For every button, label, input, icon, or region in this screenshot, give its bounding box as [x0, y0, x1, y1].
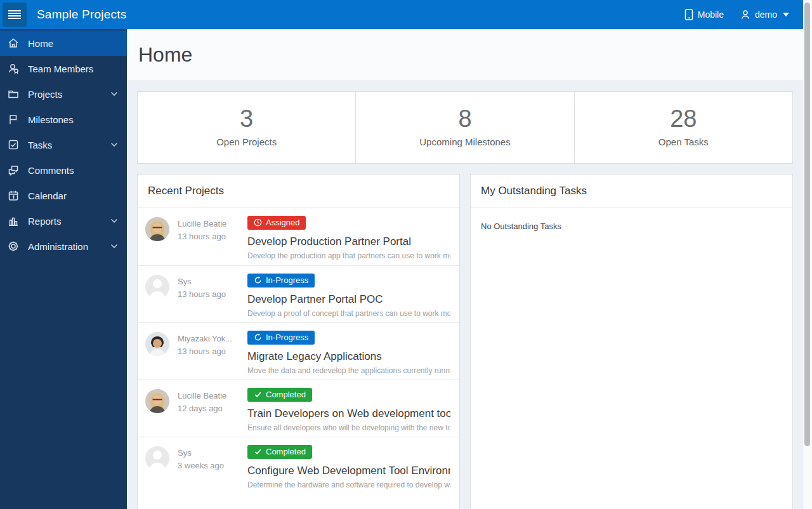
stat-label: Open Tasks: [575, 136, 792, 147]
author-block: Lucille Beatie 13 hours ago: [178, 216, 241, 265]
timestamp: 13 hours ago: [178, 232, 241, 242]
author-name: Sys: [178, 277, 241, 287]
project-details: Completed Configure Web Development Tool…: [247, 445, 450, 494]
sidebar-item-label: Tasks: [28, 140, 52, 150]
project-list-item[interactable]: Lucille Beatie 12 days ago Completed Tra…: [138, 380, 459, 437]
flag-icon: [8, 114, 19, 125]
app-title: Sample Projects: [37, 8, 126, 22]
project-list-item[interactable]: Sys 13 hours ago In-Progress Develop Par…: [138, 265, 459, 322]
project-details: In-Progress Migrate Legacy Applications …: [247, 331, 450, 380]
mobile-link[interactable]: Mobile: [684, 9, 724, 20]
recent-projects-panel: Recent Projects Lucille Beatie 13 hours …: [137, 174, 460, 509]
chevron-down-icon: [110, 142, 118, 147]
sidebar-item-label: Comments: [28, 165, 74, 176]
project-details: Completed Train Developers on Web develo…: [247, 388, 450, 437]
project-list-item[interactable]: Lucille Beatie 13 hours ago Assigned Dev…: [138, 208, 459, 265]
stat-value: 8: [356, 105, 573, 133]
status-badge: In-Progress: [247, 331, 315, 345]
gear-icon: [8, 241, 19, 252]
stat-value: 3: [138, 105, 355, 133]
user-icon: [740, 10, 750, 20]
bar-chart-icon: [8, 215, 19, 227]
project-description: Develop a proof of concept that partners…: [247, 309, 450, 318]
status-label: In-Progress: [266, 333, 308, 343]
project-description: Determine the hardware and software requ…: [247, 480, 450, 489]
sidebar-item-team-members[interactable]: Team Members: [0, 56, 127, 81]
avatar: [145, 332, 169, 356]
vertical-scrollbar-thumb[interactable]: [804, 3, 810, 446]
clock-icon: [254, 218, 262, 227]
mobile-phone-icon: [684, 9, 693, 20]
dashboard-columns: Recent Projects Lucille Beatie 13 hours …: [137, 174, 793, 509]
timestamp: 3 weeks ago: [178, 461, 241, 471]
author-block: Sys 3 weeks ago: [178, 445, 241, 494]
project-title: Develop Production Partner Portal: [247, 235, 450, 248]
sidebar-item-home[interactable]: Home: [0, 30, 127, 56]
project-description: Ensure all developers who will be develo…: [247, 423, 450, 432]
project-details: In-Progress Develop Partner Portal POC D…: [247, 274, 450, 322]
empty-tasks-message: No Outstanding Tasks: [471, 208, 792, 244]
check-icon: [254, 390, 262, 399]
team-members-icon: [8, 63, 19, 74]
outstanding-tasks-header: My Outstanding Tasks: [471, 175, 792, 208]
sidebar-item-reports[interactable]: Reports: [0, 208, 127, 234]
project-title: Configure Web Development Tool Environme…: [247, 465, 450, 477]
project-description: Move the data and redevelop the applicat…: [247, 366, 450, 375]
project-details: Assigned Develop Production Partner Port…: [247, 216, 450, 265]
sidebar-item-label: Reports: [28, 216, 62, 227]
timestamp: 13 hours ago: [178, 347, 241, 357]
avatar: [145, 217, 169, 241]
author-name: Lucille Beatie: [178, 219, 241, 229]
user-label: demo: [755, 10, 777, 20]
status-badge: Assigned: [247, 216, 306, 230]
user-menu[interactable]: demo: [740, 10, 789, 20]
status-label: Assigned: [266, 218, 299, 228]
project-title: Train Developers on Web development tool: [247, 407, 450, 420]
status-badge: Completed: [247, 445, 312, 459]
author-block: Sys 13 hours ago: [178, 274, 241, 322]
stat-value: 28: [575, 105, 792, 133]
sidebar-item-comments[interactable]: Comments: [0, 157, 127, 183]
project-list-item[interactable]: Miyazaki Yok... 13 hours ago In-Progress…: [138, 322, 459, 380]
project-title: Develop Partner Portal POC: [247, 293, 450, 306]
mobile-label: Mobile: [698, 10, 724, 20]
timestamp: 12 days ago: [178, 404, 241, 414]
sidebar-item-milestones[interactable]: Milestones: [0, 107, 127, 132]
checkbox-icon: [8, 139, 19, 150]
sidebar-item-tasks[interactable]: Tasks: [0, 132, 127, 157]
stat-upcoming-milestones: 8 Upcoming Milestones: [355, 92, 573, 163]
status-label: Completed: [266, 447, 306, 457]
top-bar: Sample Projects Mobile demo: [0, 0, 803, 29]
sidebar-item-projects[interactable]: Projects: [0, 81, 127, 107]
stat-label: Open Projects: [138, 136, 355, 147]
project-list-item[interactable]: Sys 3 weeks ago Completed Configure Web …: [138, 437, 459, 494]
author-name: Miyazaki Yok...: [178, 334, 241, 344]
outstanding-tasks-panel: My Outstanding Tasks No Outstanding Task…: [470, 174, 793, 509]
author-block: Lucille Beatie 12 days ago: [178, 388, 241, 437]
topbar-right: Mobile demo: [684, 9, 789, 20]
sidebar-item-label: Team Members: [28, 63, 93, 74]
content-area: 3 Open Projects 8 Upcoming Milestones 28…: [127, 81, 803, 509]
project-description: Develop the production app that partners…: [247, 251, 450, 260]
sidebar-item-administration[interactable]: Administration: [0, 234, 127, 259]
stat-label: Upcoming Milestones: [356, 136, 573, 147]
page-title: Home: [138, 43, 192, 67]
timestamp: 13 hours ago: [178, 289, 241, 300]
status-badge: In-Progress: [247, 274, 315, 288]
vertical-scrollbar-track[interactable]: [803, 0, 812, 509]
author-name: Lucille Beatie: [178, 391, 241, 401]
home-icon: [8, 37, 19, 49]
sidebar-item-calendar[interactable]: Calendar: [0, 183, 127, 208]
page-header: Home: [127, 29, 803, 81]
project-title: Migrate Legacy Applications: [247, 350, 450, 363]
folder-icon: [8, 88, 19, 100]
sidebar-item-label: Home: [28, 38, 53, 49]
calendar-icon: [8, 190, 19, 201]
main-content: Home 3 Open Projects 8 Upcoming Mileston…: [127, 29, 803, 509]
comments-icon: [8, 164, 19, 176]
sidebar-item-label: Calendar: [28, 190, 67, 201]
hamburger-menu-button[interactable]: [3, 3, 27, 27]
sidebar-nav: Home Team Members Projects Milestones Ta…: [0, 29, 127, 509]
recent-projects-header: Recent Projects: [138, 175, 459, 208]
check-icon: [254, 447, 262, 456]
